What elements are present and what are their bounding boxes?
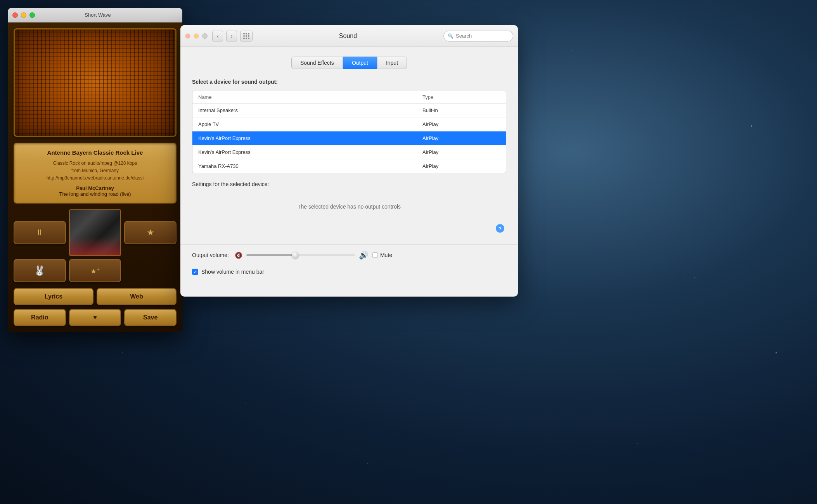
tab-output[interactable]: Output xyxy=(343,57,377,69)
station-info-line1: Classic Rock on audio/mpeg @128 kbps xyxy=(53,161,137,166)
device-type: Built-in xyxy=(422,107,500,113)
grid-view-button[interactable] xyxy=(240,31,253,41)
device-name: Internal Speakers xyxy=(198,107,422,113)
volume-slider-thumb[interactable] xyxy=(292,252,299,259)
forward-button[interactable]: › xyxy=(226,31,237,41)
rabbit-button[interactable]: 🐰 xyxy=(14,259,66,282)
song-artist: Paul McCartney xyxy=(20,185,170,191)
sound-close-button[interactable] xyxy=(185,33,190,39)
album-art xyxy=(69,209,121,256)
menu-bar-label: Show volume in menu bar xyxy=(201,269,264,275)
save-button[interactable]: Save xyxy=(124,309,177,326)
menu-bar-row: ✓ Show volume in menu bar xyxy=(180,266,518,281)
settings-label: Settings for the selected device: xyxy=(192,181,506,187)
device-type: AirPlay xyxy=(422,149,500,155)
heart-icon: ♥ xyxy=(93,314,97,321)
radio-row: Radio ♥ Save xyxy=(14,309,177,326)
controls-area: ⏸ ★ 🐰 ★+ xyxy=(14,209,177,282)
section-title: Select a device for sound output: xyxy=(192,79,506,85)
shortwave-body: Antenne Bayern Classic Rock Live Classic… xyxy=(8,22,182,332)
search-icon: 🔍 xyxy=(448,33,454,39)
mute-row: Mute xyxy=(372,252,392,258)
close-button[interactable] xyxy=(12,12,18,18)
volume-row: Output volume: 🔇 🔊 Mute xyxy=(180,244,518,266)
device-table: Name Type Internal Speakers Built-in App… xyxy=(192,91,506,173)
settings-area: The selected device has no output contro… xyxy=(192,191,506,222)
device-name: Kevin's AirPort Express xyxy=(198,135,422,141)
volume-high-icon: 🔊 xyxy=(359,250,369,260)
device-type: AirPlay xyxy=(422,163,500,169)
shortwave-titlebar: Short Wave xyxy=(8,8,182,22)
sound-traffic-lights xyxy=(185,33,208,39)
pause-button[interactable]: ⏸ xyxy=(14,221,66,244)
sound-window-title: Sound xyxy=(256,33,440,40)
station-info: Classic Rock on audio/mpeg @128 kbps fro… xyxy=(20,160,170,182)
back-button[interactable]: ‹ xyxy=(212,31,223,41)
device-type: AirPlay xyxy=(422,135,500,141)
info-display: Antenne Bayern Classic Rock Live Classic… xyxy=(14,143,177,204)
search-input[interactable] xyxy=(456,33,509,39)
volume-slider[interactable] xyxy=(246,254,355,256)
sound-preferences-window: ‹ › Sound 🔍 Sound Effects Output Input S… xyxy=(180,25,518,297)
device-type: AirPlay xyxy=(422,121,500,127)
web-button[interactable]: Web xyxy=(97,288,177,305)
device-name: Yamaha RX-A730 xyxy=(198,163,422,169)
column-header-type: Type xyxy=(422,94,500,100)
device-name: Apple TV xyxy=(198,121,422,127)
no-controls-text: The selected device has no output contro… xyxy=(290,196,408,217)
pause-icon: ⏸ xyxy=(35,228,44,238)
star-icon: ★ xyxy=(147,228,154,238)
table-row[interactable]: Internal Speakers Built-in xyxy=(192,104,506,117)
add-favorite-button[interactable]: ★+ xyxy=(69,259,121,282)
table-row[interactable]: Apple TV AirPlay xyxy=(192,117,506,131)
volume-low-icon: 🔇 xyxy=(235,252,242,259)
window-title: Short Wave xyxy=(18,12,178,18)
grid-icon xyxy=(243,33,249,39)
tab-input[interactable]: Input xyxy=(377,57,407,69)
heart-button[interactable]: ♥ xyxy=(69,309,121,326)
song-title: The long and winding road (live) xyxy=(20,191,170,197)
table-row[interactable]: Yamaha RX-A730 AirPlay xyxy=(192,159,506,173)
station-info-line2: from Munich, Germany xyxy=(71,168,119,173)
table-row[interactable]: Kevin's AirPort Express AirPlay xyxy=(192,145,506,159)
search-box[interactable]: 🔍 xyxy=(443,31,513,41)
device-name: Kevin's AirPort Express xyxy=(198,149,422,155)
table-row-selected[interactable]: Kevin's AirPort Express AirPlay xyxy=(192,131,506,145)
station-url: http://mp3channels.webradio.antenne.de/c… xyxy=(47,175,144,181)
shortwave-window: Short Wave Antenne Bayern Classic Rock L… xyxy=(8,8,182,332)
star-plus-icon: ★+ xyxy=(90,266,100,276)
menu-bar-checkbox[interactable]: ✓ xyxy=(192,269,198,275)
radio-button[interactable]: Radio xyxy=(14,309,66,326)
tab-bar: Sound Effects Output Input xyxy=(192,57,506,69)
table-header: Name Type xyxy=(192,91,506,104)
favorite-button[interactable]: ★ xyxy=(124,221,177,244)
column-header-name: Name xyxy=(198,94,422,100)
sound-content: Sound Effects Output Input Select a devi… xyxy=(180,47,518,244)
help-button[interactable]: ? xyxy=(496,224,504,233)
bottom-buttons: Lyrics Web xyxy=(14,288,177,305)
rabbit-icon: 🐰 xyxy=(34,265,45,276)
sound-minimize-button[interactable] xyxy=(194,33,199,39)
speaker-grille xyxy=(14,28,177,137)
tab-sound-effects[interactable]: Sound Effects xyxy=(291,57,343,69)
volume-label: Output volume: xyxy=(192,252,229,258)
mute-label: Mute xyxy=(380,252,392,258)
sound-toolbar: ‹ › Sound 🔍 xyxy=(180,25,518,47)
lyrics-button[interactable]: Lyrics xyxy=(14,288,93,305)
sound-fullscreen-button[interactable] xyxy=(202,33,208,39)
station-name: Antenne Bayern Classic Rock Live xyxy=(20,149,170,156)
mute-checkbox[interactable] xyxy=(372,252,378,258)
